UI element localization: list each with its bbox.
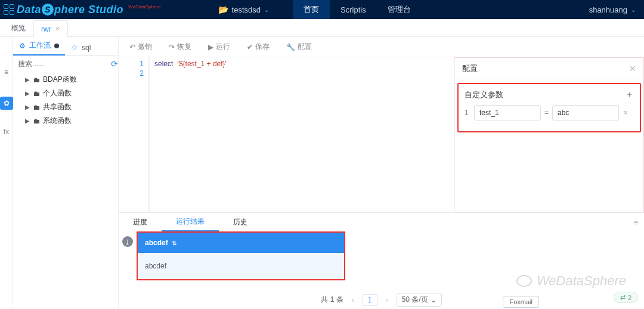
folder-open-icon: 📂 (218, 5, 228, 14)
tab-rwr[interactable]: rwr ✕ (33, 20, 68, 37)
tab-history[interactable]: 历史 (219, 213, 262, 231)
sidebar: ⚙ 工作流 ☆ sql ⟳ ▶🖿BDAP函数 ▶🖿个人函数 ▶🖿共享函数 ▶🖿系… (13, 37, 118, 309)
sidebar-subtabs: ⚙ 工作流 ☆ sql (13, 37, 118, 56)
logo-text: Data S phere Studio (17, 4, 123, 16)
database-icon: ≡ (4, 68, 8, 76)
close-icon[interactable]: ✕ (629, 64, 636, 73)
save-button[interactable]: ✔保存 (247, 42, 270, 52)
rail-functions[interactable]: ✿ (0, 97, 13, 110)
apps-grid-icon (4, 4, 14, 15)
gear-icon: ✿ (4, 99, 10, 107)
folder-icon: 🖿 (33, 103, 41, 112)
nav-scriptis[interactable]: Scriptis (330, 0, 377, 19)
close-icon[interactable]: ✕ (55, 25, 60, 33)
share-count: 2 (628, 294, 631, 301)
result-row[interactable]: abcdef (138, 253, 344, 279)
tree-item-bdap[interactable]: ▶🖿BDAP函数 (17, 73, 114, 86)
status-dot-icon (54, 44, 59, 48)
user-menu[interactable]: shanhuang ⌄ (581, 5, 644, 14)
wedata-subtext: WeDataSphere (128, 4, 161, 10)
chevron-down-icon: ⌄ (631, 7, 636, 13)
play-icon: ▶ (208, 43, 213, 51)
subtab-workflow[interactable]: ⚙ 工作流 (13, 37, 65, 55)
sort-icon[interactable]: ⇅ (172, 240, 177, 246)
config-panel: 配置 ✕ 自定义参数 ＋ 1 = ✕ (454, 57, 644, 212)
custom-params-title: 自定义参数 (465, 89, 503, 100)
tree-item-system[interactable]: ▶🖿系统函数 (17, 114, 114, 128)
workflow-icon: ⚙ (19, 42, 26, 50)
tab-overview[interactable]: 概览 (4, 20, 33, 36)
result-header[interactable]: abcdef ⇅ (138, 233, 344, 253)
editor-gutter: 1 2 (119, 57, 150, 212)
param-index: 1 (465, 109, 470, 117)
logo[interactable]: Data S phere Studio WeDataSphere (0, 4, 165, 16)
check-icon: ✔ (247, 43, 253, 51)
share-icon: ⇄ (620, 293, 626, 301)
custom-params-block: 自定义参数 ＋ 1 = ✕ (457, 83, 641, 132)
undo-icon: ↶ (129, 43, 135, 51)
sidebar-search: ⟳ (13, 56, 118, 72)
redo-icon: ↷ (169, 43, 175, 51)
tab-progress[interactable]: 进度 (119, 213, 162, 231)
nav-console[interactable]: 管理台 (377, 0, 422, 19)
run-button[interactable]: ▶运行 (208, 42, 230, 52)
subtab-sql[interactable]: ☆ sql (65, 39, 97, 55)
project-name: testsdsd (232, 5, 261, 14)
caret-right-icon: ▶ (25, 118, 31, 124)
download-icon: ⭳ (125, 239, 131, 245)
caret-right-icon: ▶ (25, 76, 31, 83)
code-string: '${test_1 + def}' (178, 60, 227, 68)
folder-icon: 🖿 (33, 89, 41, 98)
share-pill[interactable]: ⇄ 2 (614, 292, 638, 303)
chevron-down-icon: ⌄ (431, 296, 436, 304)
page-size-select[interactable]: 50 条/页⌄ (397, 293, 442, 307)
user-name: shanhuang (589, 5, 627, 14)
equals-label: = (544, 109, 549, 117)
config-button[interactable]: 🔧配置 (286, 42, 312, 52)
main-area: ↶撤销 ↷恢复 ▶运行 ✔保存 🔧配置 1 2 select '${test_1… (118, 37, 644, 309)
top-nav: 首页 Scriptis 管理台 (293, 0, 422, 19)
pager-next[interactable]: › (386, 296, 388, 304)
page-tabs: 概览 rwr ✕ (0, 19, 644, 37)
folder-icon: 🖿 (33, 76, 41, 84)
tree-item-shared[interactable]: ▶🖿共享函数 (17, 100, 114, 114)
delete-param-button[interactable]: ✕ (623, 109, 628, 117)
pager-total: 共 1 条 (321, 295, 343, 305)
rail-database[interactable]: ≡ (0, 66, 13, 79)
code-editor[interactable]: 1 2 select '${test_1 + def}' 配置 ✕ 自定义参数 … (119, 57, 644, 212)
tree-item-personal[interactable]: ▶🖿个人函数 (17, 86, 114, 100)
param-row: 1 = ✕ (465, 105, 634, 120)
undo-button[interactable]: ↶撤销 (129, 42, 152, 52)
menu-icon[interactable]: ≡ (634, 218, 638, 227)
caret-right-icon: ▶ (25, 90, 31, 97)
chevron-down-icon: ⌄ (264, 7, 269, 13)
redo-button[interactable]: ↷恢复 (169, 42, 191, 52)
result-tabs: 进度 运行结果 历史 ≡ (119, 212, 644, 231)
results-area: ⭳ abcdef ⇅ abcdef 共 1 条 ‹ 1 › 50 条/页⌄ Fo… (119, 231, 644, 309)
custom-params-header: 自定义参数 ＋ (465, 88, 634, 105)
result-table: abcdef ⇅ abcdef (137, 231, 345, 280)
project-selector[interactable]: 📂 testsdsd ⌄ (218, 5, 269, 14)
watermark: WeDataSphere (516, 273, 626, 289)
param-key-input[interactable] (474, 105, 541, 120)
editor-toolbar: ↶撤销 ↷恢复 ▶运行 ✔保存 🔧配置 (119, 37, 644, 57)
add-param-button[interactable]: ＋ (625, 89, 634, 100)
rail-fx[interactable]: fx (4, 128, 9, 136)
top-bar: Data S phere Studio WeDataSphere 📂 tests… (0, 0, 644, 19)
wrench-icon: 🔧 (286, 43, 295, 51)
foxmail-badge[interactable]: Foxmail (503, 296, 539, 308)
left-rail: ≡ ✿ fx (0, 37, 13, 309)
result-column-label: abcdef (145, 239, 168, 247)
caret-right-icon: ▶ (25, 104, 31, 110)
star-icon: ☆ (71, 43, 78, 52)
download-button[interactable]: ⭳ (122, 236, 133, 247)
wechat-icon (516, 275, 532, 287)
pagination: 共 1 条 ‹ 1 › 50 条/页⌄ (119, 293, 644, 307)
folder-icon: 🖿 (33, 117, 41, 125)
pager-current[interactable]: 1 (363, 294, 377, 306)
search-input[interactable] (17, 58, 109, 69)
param-value-input[interactable] (552, 105, 619, 120)
nav-home[interactable]: 首页 (293, 0, 330, 19)
pager-prev[interactable]: ‹ (352, 296, 354, 304)
tab-result[interactable]: 运行结果 (162, 213, 219, 231)
